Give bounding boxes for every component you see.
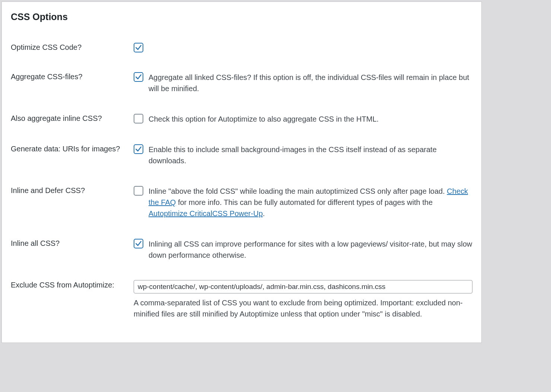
desc-data-uris: Enable this to include small background-… bbox=[149, 144, 472, 166]
row-aggregate-inline: Also aggregate inline CSS? Check this op… bbox=[11, 104, 472, 134]
label-exclude: Exclude CSS from Autoptimize: bbox=[11, 270, 134, 329]
label-data-uris: Generate data: URIs for images? bbox=[11, 134, 134, 176]
checkbox-inline-all[interactable] bbox=[134, 239, 143, 248]
input-exclude-css[interactable] bbox=[134, 280, 472, 293]
label-aggregate-inline: Also aggregate inline CSS? bbox=[11, 104, 134, 134]
label-inline-defer: Inline and Defer CSS? bbox=[11, 176, 134, 229]
desc-inline-defer-mid: for more info. This can be fully automat… bbox=[176, 198, 433, 206]
desc-inline-defer-post: . bbox=[263, 209, 265, 218]
desc-aggregate-inline: Check this option for Autoptimize to als… bbox=[149, 113, 472, 125]
checkbox-data-uris[interactable] bbox=[134, 144, 143, 154]
row-data-uris: Generate data: URIs for images? Enable t… bbox=[11, 134, 472, 176]
checkbox-aggregate-inline[interactable] bbox=[134, 114, 143, 123]
desc-inline-defer-pre: Inline "above the fold CSS" while loadin… bbox=[149, 187, 447, 195]
row-inline-all: Inline all CSS? Inlining all CSS can imp… bbox=[11, 229, 472, 270]
desc-aggregate: Aggregate all linked CSS-files? If this … bbox=[149, 72, 472, 94]
row-optimize: Optimize CSS Code? bbox=[11, 33, 472, 62]
row-aggregate: Aggregate CSS-files? Aggregate all linke… bbox=[11, 62, 472, 104]
css-options-panel: CSS Options Optimize CSS Code? Aggregate… bbox=[1, 1, 482, 343]
desc-inline-all: Inlining all CSS can improve performance… bbox=[149, 238, 472, 261]
label-optimize: Optimize CSS Code? bbox=[11, 33, 134, 62]
section-title: CSS Options bbox=[11, 12, 472, 22]
helper-exclude: A comma-separated list of CSS you want t… bbox=[134, 297, 472, 319]
link-criticalcss-powerup[interactable]: Autoptimize CriticalCSS Power-Up bbox=[149, 209, 263, 218]
checkbox-optimize[interactable] bbox=[134, 43, 143, 52]
row-exclude: Exclude CSS from Autoptimize: A comma-se… bbox=[11, 270, 472, 329]
label-inline-all: Inline all CSS? bbox=[11, 229, 134, 270]
checkbox-inline-defer[interactable] bbox=[134, 186, 143, 196]
label-aggregate: Aggregate CSS-files? bbox=[11, 62, 134, 104]
desc-inline-defer: Inline "above the fold CSS" while loadin… bbox=[149, 186, 472, 219]
checkbox-aggregate[interactable] bbox=[134, 72, 143, 82]
form-table: Optimize CSS Code? Aggregate CSS-files? … bbox=[11, 33, 472, 329]
row-inline-defer: Inline and Defer CSS? Inline "above the … bbox=[11, 176, 472, 229]
